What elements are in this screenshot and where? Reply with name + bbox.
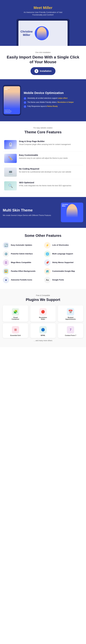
plugins-grid-top: 🧩 VisualComposer 🔴 RevolutionSlider 📅 Bo… [3, 306, 83, 322]
booked-appointments-icon: 📅 [67, 308, 74, 316]
skin-person-label: ChristineMiller [62, 204, 68, 207]
essential-grid-label: Essential Grid [10, 334, 21, 336]
google-map-label: Customizable Google Map [52, 270, 75, 272]
laptop-content: ChristineMiller [18, 24, 68, 42]
hero-name: Miller [43, 6, 52, 10]
feature-thumb-4: 🔍 [4, 181, 17, 190]
megamenu-label: Mega Menu Compatible [11, 261, 31, 264]
plugin-essential-grid: ⊞ Essential Grid [3, 323, 28, 338]
other-feature-megamenu: ☰ Mega Menu Compatible [3, 260, 42, 266]
shortcodes-label: Lots of Shortcodes [52, 244, 69, 246]
revolution-slider-label: RevolutionSlider [39, 316, 47, 320]
person-silhouette [37, 27, 47, 40]
plugin-revolution-slider: 🔴 RevolutionSlider [30, 306, 56, 322]
phone-screen: ChristineMiller Your BT CityTheme Accoun… [4, 86, 20, 114]
sticky-menus-icon: 📌 [44, 260, 51, 266]
other-feature-parallax: 🖼️ Parallax Effect Backgrounds [3, 268, 42, 274]
language-text: Multi Language Support [52, 253, 73, 255]
essential-grid-icon: ⊞ [12, 326, 19, 334]
check-icon-2: ✓ [24, 101, 26, 104]
other-feature-auto-updates: 🔄 Easy Automatic Updates [3, 242, 42, 248]
feature-drag-drop: 🖱️ Drag & Drop Page Builder Visual Compo… [3, 138, 83, 152]
phone-contact-info: Your BT CityTheme Accountinfo@lorem.com0… [4, 109, 11, 113]
mobile-phone-image: ChristineMiller Your BT CityTheme Accoun… [3, 85, 21, 116]
booked-appointments-label: BookedAppointments [65, 316, 76, 320]
core-eyebrow: For easy website creation [3, 127, 83, 129]
laptop-person-image [35, 26, 49, 40]
mobile-feature-1: ✓ Absolutely all scrolled selections sup… [24, 97, 83, 100]
parallax-label: Parallax Effect Backgrounds [11, 270, 35, 272]
fontello-icon: ★ [3, 277, 9, 283]
drag-drop-icon: 🖱️ [8, 142, 13, 147]
check-icon-1: ✓ [24, 97, 26, 100]
other-feature-admin: ⚙️ Powerful Admin Interface [3, 251, 42, 257]
feature-desc-4: HTML code integrated into the theme meet… [19, 184, 71, 187]
auto-updates-icon: 🔄 [3, 242, 9, 248]
installation-button[interactable]: ⬇ Installation [31, 67, 55, 75]
visual-composer-icon: 🧩 [12, 308, 19, 316]
multiskin-text: Multi Skin Theme We create Several Uniqu… [3, 208, 58, 217]
hero-subtitle: An Awesome User-Friendly Combination of … [3, 11, 83, 16]
feature-no-coding: 💻 No Coding Required No need to be a pro… [3, 165, 83, 179]
mobile-feature-3-text: Fully Responsive layout & Retina Ready [27, 105, 58, 108]
feature-desc-2: Awesome easy-to-use options will adjust … [19, 157, 68, 160]
mobile-section-title: Mobile Device Optimization [24, 91, 83, 95]
feature-text-3: No Coding Required No need to be a profe… [19, 168, 71, 173]
other-feature-language: 🌐 Multi Language Support [44, 251, 83, 257]
feature-text-1: Drag & Drop Page Builder Visual Composer… [19, 140, 71, 146]
visual-composer-label: VisualComposer [11, 316, 19, 320]
other-feature-google-fonts: Aa Google Fonts [44, 277, 83, 283]
laptop-person-text: ChristineMiller [20, 30, 33, 36]
google-fonts-label: Google Fonts [52, 279, 64, 281]
feature-title-2: Easy Customizable [19, 154, 68, 156]
mobile-section: ChristineMiller Your BT CityTheme Accoun… [0, 79, 86, 121]
mobile-feature-3: ✓ Fully Responsive layout & Retina Ready [24, 105, 83, 108]
install-icon: ⬇ [34, 69, 38, 73]
plugins-title: Plugins We Support [3, 298, 83, 302]
google-map-icon: 🗺️ [44, 268, 51, 274]
hero-meet-label: Meet [34, 6, 43, 10]
language-icon: 🌐 [44, 251, 51, 257]
feature-thumb-2: ✏️ [4, 154, 17, 163]
other-features-title: Some Other Features [3, 234, 83, 238]
plugin-contact-form-7: 7 Contact Form 7 [58, 323, 83, 338]
phone-person-name: ChristineMiller [4, 87, 10, 90]
hero-title: Meet Miller [3, 6, 83, 10]
auto-updates-label: Easy Automatic Updates [11, 244, 32, 246]
feature-text-2: Easy Customizable Awesome easy-to-use op… [19, 154, 68, 160]
mobile-features-text: Mobile Device Optimization ✓ Absolutely … [24, 91, 83, 109]
mobile-feature-2: ✓ The theme uses Mobile Friendly sliders… [24, 101, 83, 104]
plugins-grid-bottom: ⊞ Essential Grid 🔵 WPML 7 Contact Form 7 [3, 323, 83, 338]
feature-thumb-1: 🖱️ [4, 140, 17, 149]
feature-seo: 🔍 SEO Optimized HTML code integrated int… [3, 179, 83, 193]
multiskin-section: Multi Skin Theme We create Several Uniqu… [0, 197, 86, 228]
check-icon-3: ✓ [24, 105, 26, 108]
import-section: One click installation Easily Import Dem… [0, 46, 86, 79]
google-map-text: Customizable Google Map [52, 270, 75, 272]
other-feature-fontello: ★ Awesome Fontello Icons [3, 277, 42, 283]
parallax-text: Parallax Effect Backgrounds [11, 270, 35, 272]
more-plugins-text: ... and many more others [3, 340, 83, 342]
google-fonts-icon: Aa [44, 277, 51, 283]
parallax-icon: 🖼️ [3, 268, 9, 274]
multiskin-title: Multi Skin Theme [3, 208, 58, 212]
laptop-screen: ChristineMiller [18, 20, 68, 46]
plugin-booked-appointments: 📅 BookedAppointments [58, 306, 83, 322]
feature-thumb-3: 💻 [4, 168, 17, 177]
shortcodes-text: Lots of Shortcodes [52, 244, 69, 246]
mobile-feature-2-text: The theme uses Mobile Friendly sliders: … [27, 101, 74, 104]
contact-form-7-label: Contact Form 7 [65, 334, 76, 336]
megamenu-text: Mega Menu Compatible [11, 261, 31, 264]
other-feature-shortcodes: ⚡ Lots of Shortcodes [44, 242, 83, 248]
multiskin-visual: ChristineMiller [61, 202, 83, 222]
feature-customizable: ✏️ Easy Customizable Awesome easy-to-use… [3, 152, 83, 165]
mobile-feature-1-text: Absolutely all scrolled selections suppo… [27, 97, 68, 100]
admin-label: Powerful Admin Interface [11, 253, 33, 255]
seo-icon: 🔍 [8, 184, 13, 188]
contact-form-7-icon: 7 [67, 326, 74, 334]
language-label: Multi Language Support [52, 253, 73, 255]
feature-title-4: SEO Optimized [19, 181, 71, 184]
feature-title-3: No Coding Required [19, 168, 71, 170]
feature-title-1: Drag & Drop Page Builder [19, 140, 71, 142]
multiskin-desc: We create Several Unique Demos with Diff… [3, 214, 58, 217]
